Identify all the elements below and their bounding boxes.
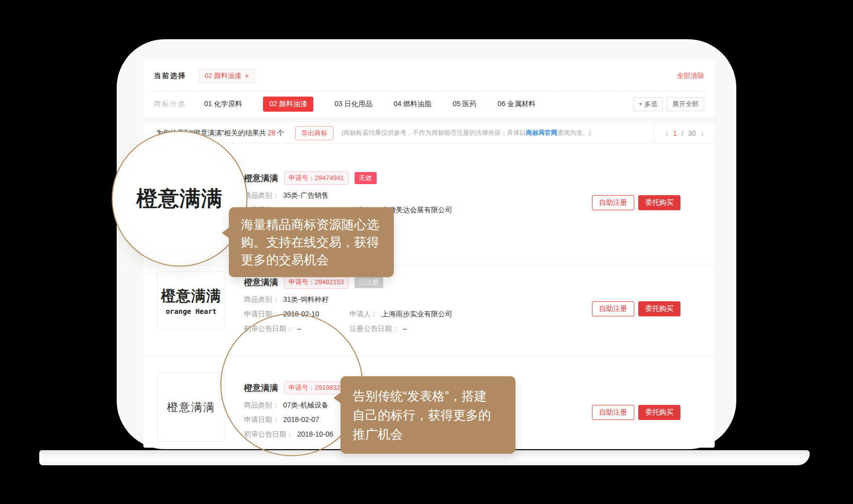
total-pages: 30 [688,129,696,137]
thumbnail-mark-text: 橙意满满 [161,286,221,306]
filter-panel: 当前选择 02 颜料油漆 × 全部清除 商标分类 01 化学原料 02 颜料油漆… [143,60,715,117]
export-trademarks-button[interactable]: 导出商标 [295,126,333,140]
category-tab-02-active[interactable]: 02 颜料油漆 [263,97,313,112]
trademark-office-link[interactable]: 商标局官网 [526,129,558,136]
current-selection-label: 当前选择 [154,71,186,80]
next-page-icon[interactable]: › [701,128,704,138]
pagination: ‹ 1 / 30 › [654,123,715,143]
prev-page-icon[interactable]: ‹ [665,128,669,138]
expand-all-button[interactable]: 展开全部 [667,97,704,111]
entrust-purchase-button[interactable]: 委托购买 [638,301,680,316]
entrust-purchase-button[interactable]: 委托购买 [638,405,680,420]
category-tab-03[interactable]: 03 日化用品 [334,100,372,109]
row-actions: 自助注册 委托购买 [592,405,680,420]
applicant-value: 上海雨步实业有限公司 [382,310,452,319]
category-field-label: 商品类别： [244,191,279,200]
tooltip-arrow-icon [222,227,229,238]
category-field-value: 35类-广告销售 [283,191,328,200]
results-disclaimer: (商标检索结果仅供参考，不作为商标能否注册的法律依据；具体以商标局官网查询为准。… [342,129,654,137]
multi-select-button[interactable]: + 多选 [633,97,663,111]
selected-filter-tag-text: 02 颜料油漆 [205,71,241,80]
disclaimer-post: 查询为准。) [557,129,591,136]
application-number-badge: 申请号：29482153 [284,276,349,289]
tooltip-line: 海量精品商标资源随心选 [241,216,382,233]
self-register-button[interactable]: 自助注册 [592,405,634,420]
thumbnail-mark-text: 橙意满满 [167,400,215,415]
application-number-badge: 申请号：29474941 [284,172,349,185]
category-row: 商标分类 01 化学原料 02 颜料油漆 03 日化用品 04 燃料油脂 05 … [143,92,715,117]
self-register-button[interactable]: 自助注册 [592,195,634,210]
marketing-tooltip-trade: 海量精品商标资源随心选 购。支持在线交易，获得 更多的交易机会 [229,207,394,277]
tooltip-line: 更多的交易机会 [241,251,382,269]
page-separator: / [681,129,684,137]
self-register-button[interactable]: 自助注册 [592,301,634,316]
tooltip-line: 推广机会 [353,425,503,444]
thumbnail-mark-subtext: orange Heart [165,307,216,315]
results-header: 为您检索到“橙意满满”相关的结果共28个 导出商标 (商标检索结果仅供参考，不作… [143,123,715,143]
marketing-tooltip-promo: 告别传统“发表格”，搭建 自己的标行，获得更多的 推广机会 [340,376,516,454]
trademark-name[interactable]: 橙意满满 [244,173,278,184]
entrust-purchase-button[interactable]: 委托购买 [638,195,680,210]
selected-filter-tag[interactable]: 02 颜料油漆 × [199,69,254,83]
application-number-value: 29482153 [315,278,344,286]
application-number-label: 申请号： [289,174,315,182]
application-number-label: 申请号： [289,278,315,286]
category-row-label: 商标分类 [154,100,186,109]
tooltip-line: 购。支持在线交易，获得 [241,233,382,251]
results-count: 28 [268,129,276,137]
category-tab-04[interactable]: 04 燃料油脂 [393,100,431,109]
current-page: 1 [673,129,677,137]
current-selection-row: 当前选择 02 颜料油漆 × 全部清除 [143,60,715,91]
trademark-thumbnail[interactable]: 橙意满满 orange Heart [157,272,225,329]
magnified-trademark-text: 橙意满满 [136,185,223,213]
reg-publication-value: – [403,324,407,333]
category-field-label: 商品类别： [244,295,279,304]
application-number-value: 29474941 [315,174,344,182]
tooltip-line: 自己的标行，获得更多的 [353,405,503,425]
remove-tag-icon[interactable]: × [245,72,249,79]
applicant-label: 申请人： [350,310,378,319]
trademark-thumbnail[interactable]: 橙意满满 [157,373,225,442]
category-field-value: 31类-饲料种籽 [283,295,328,304]
status-badge: 已注册 [355,276,383,288]
disclaimer-pre: (商标检索结果仅供参考，不作为商标能否注册的法律依据；具体以 [342,129,526,136]
table-row: 橙意满满 orange Heart 橙意满满 申请号：29482153 已注册 … [143,266,715,357]
tooltip-arrow-icon [333,392,341,403]
row-actions: 自助注册 委托购买 [592,195,680,210]
clear-all-link[interactable]: 全部清除 [677,71,704,80]
reg-publication-label: 注册公告日期： [350,324,399,333]
page-background: { "colors": { "accent_red": "#ee3b3b", "… [0,0,853,504]
magnifier-circle: 橙意满满 [112,131,247,267]
category-tab-06[interactable]: 06 金属材料 [497,100,535,109]
trademark-name[interactable]: 橙意满满 [244,277,278,288]
results-unit: 个 [277,129,284,137]
tooltip-line: 告别传统“发表格”，搭建 [353,386,503,405]
row-actions: 自助注册 委托购买 [592,301,680,316]
status-badge: 无效 [355,172,377,184]
category-tab-01[interactable]: 01 化学原料 [204,100,242,109]
category-tab-05[interactable]: 05 医药 [453,100,476,109]
